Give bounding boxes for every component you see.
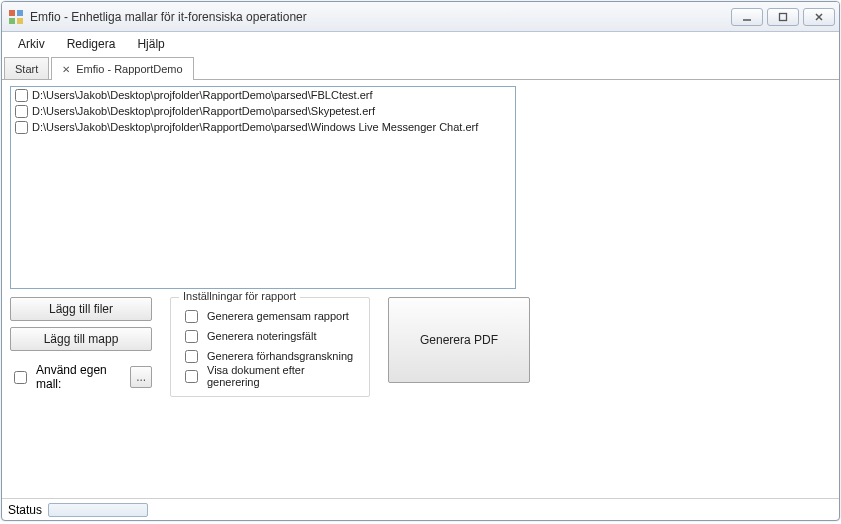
add-folder-button[interactable]: Lägg till mapp [10, 327, 152, 351]
main-window: Emfio - Enhetliga mallar för it-forensis… [1, 1, 840, 521]
tab-rapportdemo[interactable]: ✕ Emfio - RapportDemo [51, 57, 193, 80]
titlebar: Emfio - Enhetliga mallar för it-forensis… [2, 2, 839, 32]
option-checkbox[interactable] [185, 350, 198, 363]
file-checkbox[interactable] [15, 89, 28, 102]
controls-row: Lägg till filer Lägg till mapp Använd eg… [10, 297, 831, 397]
file-checkbox[interactable] [15, 121, 28, 134]
file-path: D:\Users\Jakob\Desktop\projfolder\Rappor… [32, 121, 478, 133]
svg-rect-0 [9, 10, 15, 16]
option-checkbox[interactable] [185, 310, 198, 323]
option-label: Generera gemensam rapport [207, 310, 349, 322]
option-label: Generera noteringsfält [207, 330, 316, 342]
app-icon [8, 9, 24, 25]
use-own-template-checkbox[interactable] [14, 371, 27, 384]
option-checkbox[interactable] [185, 370, 198, 383]
tabstrip: Start ✕ Emfio - RapportDemo [2, 56, 839, 80]
use-own-template-label: Använd egen mall: [36, 363, 124, 391]
maximize-button[interactable] [767, 8, 799, 26]
window-title: Emfio - Enhetliga mallar för it-forensis… [30, 10, 731, 24]
group-legend: Inställningar för rapport [179, 290, 300, 302]
file-list[interactable]: D:\Users\Jakob\Desktop\projfolder\Rappor… [10, 86, 516, 289]
option-common-report: Generera gemensam rapport [181, 306, 359, 326]
tab-content: D:\Users\Jakob\Desktop\projfolder\Rappor… [2, 80, 839, 498]
menu-redigera[interactable]: Redigera [57, 34, 126, 54]
left-button-column: Lägg till filer Lägg till mapp Använd eg… [10, 297, 152, 391]
file-path: D:\Users\Jakob\Desktop\projfolder\Rappor… [32, 105, 375, 117]
status-bar: Status [2, 498, 839, 520]
menubar: Arkiv Redigera Hjälp [2, 32, 839, 56]
add-files-button[interactable]: Lägg till filer [10, 297, 152, 321]
svg-rect-3 [17, 18, 23, 24]
tab-label: Emfio - RapportDemo [76, 63, 182, 75]
generate-pdf-label: Generera PDF [420, 333, 498, 347]
spacer [10, 397, 831, 494]
svg-rect-2 [9, 18, 15, 24]
own-template-row: Använd egen mall: ... [10, 363, 152, 391]
close-icon[interactable]: ✕ [62, 64, 70, 75]
option-preview: Generera förhandsgranskning [181, 346, 359, 366]
svg-rect-1 [17, 10, 23, 16]
status-label: Status [8, 503, 42, 517]
window-buttons [731, 8, 835, 26]
menu-arkiv[interactable]: Arkiv [8, 34, 55, 54]
list-item[interactable]: D:\Users\Jakob\Desktop\projfolder\Rappor… [11, 87, 515, 103]
file-checkbox[interactable] [15, 105, 28, 118]
menu-hjalp[interactable]: Hjälp [127, 34, 174, 54]
option-open-after: Visa dokument efter generering [181, 366, 359, 386]
generate-pdf-button[interactable]: Generera PDF [388, 297, 530, 383]
report-settings-group: Inställningar för rapport Generera gemen… [170, 297, 370, 397]
option-checkbox[interactable] [185, 330, 198, 343]
option-label: Generera förhandsgranskning [207, 350, 353, 362]
close-button[interactable] [803, 8, 835, 26]
list-item[interactable]: D:\Users\Jakob\Desktop\projfolder\Rappor… [11, 119, 515, 135]
list-item[interactable]: D:\Users\Jakob\Desktop\projfolder\Rappor… [11, 103, 515, 119]
tab-start[interactable]: Start [4, 57, 49, 79]
option-notes-field: Generera noteringsfält [181, 326, 359, 346]
progress-bar [48, 503, 148, 517]
minimize-button[interactable] [731, 8, 763, 26]
option-label: Visa dokument efter generering [207, 364, 359, 388]
tab-label: Start [15, 63, 38, 75]
browse-template-button[interactable]: ... [130, 366, 152, 388]
file-path: D:\Users\Jakob\Desktop\projfolder\Rappor… [32, 89, 373, 101]
svg-rect-5 [780, 13, 787, 20]
